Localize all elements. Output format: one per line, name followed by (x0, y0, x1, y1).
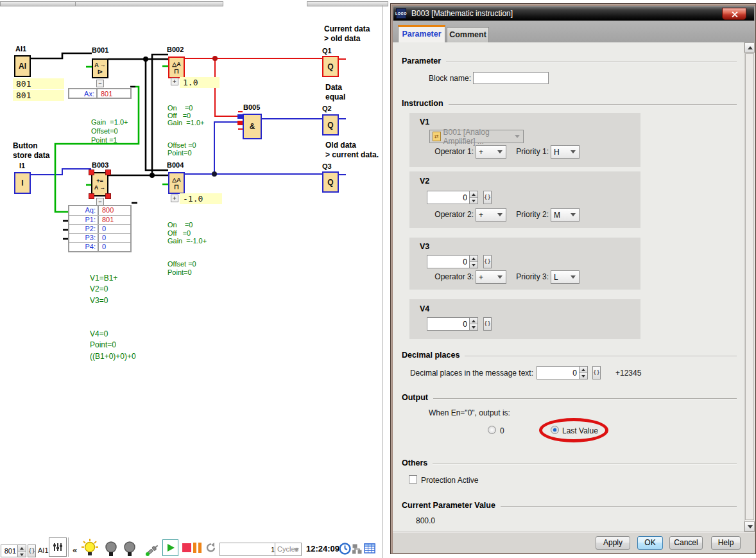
block-b005-and[interactable]: & (243, 114, 262, 139)
grid-table-icon[interactable] (364, 543, 375, 557)
spin-up-icon[interactable] (470, 318, 477, 324)
decimal-preview: +12345 (615, 369, 641, 378)
ref-value-field[interactable]: 801 (1, 545, 18, 557)
apply-button[interactable]: Apply (596, 536, 630, 550)
group-v1: V1 ⇄ B001 [Analog Amplifier] ... Operato… (409, 113, 640, 167)
spin-up-icon[interactable] (580, 367, 587, 372)
collapse-panel-button[interactable]: « (73, 545, 77, 555)
chevron-down-icon (294, 548, 299, 552)
protection-active-checkbox[interactable] (409, 475, 417, 484)
v1-source-combo[interactable]: ⇄ B001 [Analog Amplifier] ... (429, 130, 524, 143)
v2-value-input[interactable] (427, 191, 470, 204)
ref-value-spinner[interactable] (18, 545, 26, 557)
tab-comment[interactable]: Comment (447, 27, 489, 42)
selection-handle[interactable] (89, 193, 94, 199)
block-ai1[interactable]: AI (14, 55, 31, 77)
clock-icon[interactable] (339, 543, 351, 557)
block-b002-analog-threshold[interactable]: △A ⊓ (168, 57, 185, 78)
b002-value-tooltip: 1.0 (180, 77, 219, 88)
simulation-pause-button[interactable] (193, 543, 196, 553)
expand-box-b002[interactable]: + (171, 78, 178, 85)
spin-down-icon[interactable] (470, 197, 477, 204)
block-label-b001: B001 (92, 46, 108, 54)
cancel-button[interactable]: Cancel (669, 536, 703, 550)
spin-up-icon[interactable] (470, 191, 477, 197)
block-b004-analog-threshold[interactable]: △A ⊓ (168, 172, 185, 194)
toolbar-strip-right (307, 1, 388, 6)
b003-param-table[interactable]: Aq:800 P1:801 P2:0 P3:0 P4:0 (68, 205, 132, 252)
block-q1-output[interactable]: Q (322, 56, 339, 77)
v4-value-spinner[interactable] (427, 317, 478, 331)
simulation-toolbar: 801 {} AI1 « (0, 537, 382, 558)
block-name-input[interactable] (473, 72, 549, 84)
cycles-unit-dropdown[interactable]: Cycles (275, 543, 302, 556)
block-q3-output[interactable]: Q (322, 171, 339, 193)
analog-slider-button[interactable] (49, 537, 67, 557)
chevron-down-icon (571, 150, 576, 153)
priority2-dropdown[interactable]: M (551, 208, 580, 222)
block-label-q3: Q3 (322, 162, 332, 170)
selection-handle[interactable] (89, 170, 94, 175)
lamp-off-icon[interactable] (104, 541, 118, 558)
protection-active-label[interactable]: Protection Active (421, 476, 478, 485)
reference-button[interactable]: {} (483, 191, 492, 204)
priority3-label: Priority 3: (499, 272, 549, 281)
close-button[interactable] (722, 8, 746, 20)
lamp-on-icon[interactable] (81, 539, 99, 558)
block-q2-output[interactable]: Q (322, 114, 339, 135)
ok-button[interactable]: OK (637, 536, 663, 550)
spin-down-icon[interactable] (470, 324, 477, 330)
reference-button[interactable]: {} (28, 545, 36, 557)
expand-box-b004[interactable]: + (171, 195, 178, 202)
v4-title: V4 (420, 304, 429, 313)
decimal-places-spinner[interactable] (537, 366, 588, 379)
block-label-i1: I1 (19, 162, 25, 170)
lamp-off-icon[interactable] (123, 541, 137, 558)
refresh-icon[interactable] (205, 542, 217, 556)
help-button[interactable]: Help (711, 536, 741, 550)
disconnect-icon[interactable] (145, 542, 160, 558)
caption-i1: Buttonstore data (13, 141, 49, 161)
tab-parameter[interactable]: Parameter (398, 25, 445, 42)
priority1-dropdown[interactable]: H (551, 145, 580, 159)
dialog-content: Parameter Block name: Instruction V1 ⇄ B… (393, 42, 755, 532)
radio-output-zero-label[interactable]: 0 (500, 426, 504, 435)
v2-value-spinner[interactable] (427, 191, 478, 204)
v3-value-spinner[interactable] (427, 255, 478, 268)
block-i1-input[interactable]: I (14, 172, 31, 194)
simulation-play-button[interactable] (162, 539, 178, 556)
priority3-dropdown[interactable]: L (551, 270, 580, 284)
selection-handle[interactable] (105, 170, 111, 175)
scroll-down-icon[interactable] (744, 521, 755, 532)
reference-button[interactable]: {} (483, 317, 492, 331)
dialog-titlebar[interactable]: LOGO B003 [Mathematic instruction] (393, 6, 755, 21)
decimal-places-input[interactable] (537, 366, 580, 379)
reference-button[interactable]: {} (592, 366, 601, 379)
section-others: Others (402, 458, 737, 467)
block-b001-analog-amplifier[interactable]: A → ⊳ (92, 58, 108, 78)
network-tree-icon[interactable] (352, 544, 363, 557)
v3-value-input[interactable] (427, 255, 470, 268)
section-output: Output (402, 393, 737, 402)
simulation-pause-bar[interactable] (198, 543, 202, 553)
block-label-q1: Q1 (322, 47, 332, 55)
current-parameter-value: 800.0 (416, 516, 435, 525)
collapse-box-b001[interactable]: − (96, 80, 104, 87)
dialog-scrollbar[interactable] (744, 42, 755, 532)
v4-value-input[interactable] (427, 317, 470, 331)
b001-param-box[interactable]: Ax: 801 (68, 88, 132, 99)
block-name-label: Block name: (429, 74, 471, 83)
dialog-title: B003 [Mathematic instruction] (411, 9, 513, 18)
simulation-stop-button[interactable] (182, 543, 191, 552)
scroll-up-icon[interactable] (744, 42, 755, 53)
spin-up-icon[interactable] (470, 256, 477, 261)
scrollbar-thumb[interactable] (745, 53, 754, 520)
spin-down-icon[interactable] (580, 372, 587, 379)
b002-info: On =0Off =0Gain =1.0+ Offset =0Point=0 (168, 90, 205, 172)
chevron-down-icon (571, 275, 576, 279)
selection-handle[interactable] (105, 193, 111, 199)
spin-down-icon[interactable] (470, 261, 477, 268)
radio-output-zero[interactable] (488, 426, 496, 434)
cycles-count-input[interactable] (219, 543, 275, 556)
reference-button[interactable]: {} (483, 255, 492, 268)
